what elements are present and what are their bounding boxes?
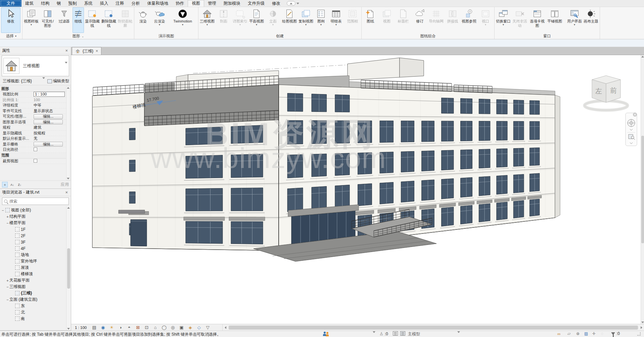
- grid-edit-button[interactable]: 编辑...: [34, 142, 63, 146]
- scale-control[interactable]: 1 : 100: [73, 325, 88, 330]
- tree-view-south[interactable]: 南: [0, 315, 71, 322]
- drawing-area[interactable]: [71, 55, 644, 324]
- tab-precast[interactable]: 预制: [65, 0, 81, 7]
- crop-view-icon[interactable]: ⊠: [135, 325, 141, 330]
- show-analytical-model-icon[interactable]: ◈: [187, 325, 193, 330]
- ribbon-cycle-icon[interactable]: [287, 1, 295, 6]
- sun-path-checkbox[interactable]: [34, 148, 37, 151]
- legends-button[interactable]: 图例▾: [314, 7, 328, 33]
- default-3d-view-button[interactable]: 三维视图▾: [199, 7, 215, 33]
- tab-view[interactable]: 视图: [188, 0, 204, 7]
- tab-modify[interactable]: 修改: [268, 0, 284, 7]
- resize-grip[interactable]: [637, 332, 641, 336]
- render-dialog-icon[interactable]: ◓: [126, 325, 132, 330]
- filters-button[interactable]: 过滤器: [56, 7, 72, 33]
- editable-only-control[interactable]: ♙:0: [379, 331, 388, 336]
- section-graphics[interactable]: 图形∧: [0, 86, 71, 92]
- tab-structure[interactable]: 结构: [37, 0, 53, 7]
- tree-view-1f[interactable]: 1F: [0, 226, 71, 233]
- shadows-icon[interactable]: ◑: [118, 325, 123, 330]
- tab-analyze[interactable]: 分析: [128, 0, 144, 7]
- vg-edit-button[interactable]: 编辑...: [34, 114, 63, 119]
- tree-view-exterior-ground[interactable]: 室外地坪: [0, 258, 71, 264]
- tile-views-button[interactable]: 平铺视图: [547, 7, 563, 33]
- temporary-view-properties-icon[interactable]: ▣: [179, 325, 184, 330]
- tab-manage[interactable]: 管理: [204, 0, 220, 7]
- panel-select-label[interactable]: 选择▾: [1, 33, 21, 39]
- visibility-graphics-button[interactable]: 可见性/图形: [40, 7, 56, 33]
- edit-type-button[interactable]: 编辑类型: [47, 78, 69, 84]
- search-input[interactable]: [9, 199, 67, 204]
- canvas-vertical-scrollbar[interactable]: [641, 55, 644, 324]
- canvas-horizontal-scrollbar[interactable]: [222, 324, 644, 331]
- show-constraints-icon[interactable]: ▽: [205, 325, 211, 330]
- reveal-hidden-elements-icon[interactable]: ◎: [170, 325, 176, 330]
- select-underlay-toggle-icon[interactable]: ▱: [567, 331, 570, 336]
- unlocked-3d-view-icon[interactable]: ⌂: [152, 325, 158, 330]
- tab-annotate[interactable]: 注释: [112, 0, 128, 7]
- tab-addins[interactable]: 附加模块: [220, 0, 244, 7]
- design-options-caret-icon[interactable]: [457, 331, 460, 333]
- worksets-dialog-icon[interactable]: [393, 331, 398, 336]
- properties-close-icon[interactable]: ×: [64, 48, 69, 53]
- twinmotion-button[interactable]: Twinmotion▾: [168, 7, 197, 33]
- tree-view-roof[interactable]: 屋顶: [0, 264, 71, 271]
- tab-file-upgrade[interactable]: 文件升级: [244, 0, 268, 7]
- tree-view-north[interactable]: 北: [0, 309, 71, 315]
- duplicate-view-button[interactable]: 复制视图▾: [298, 7, 314, 33]
- view-tab-3d[interactable]: {三维} ×: [72, 47, 101, 55]
- gdo-edit-button[interactable]: 编辑...: [34, 120, 63, 124]
- detail-level-icon[interactable]: ▤: [91, 325, 97, 330]
- sort-ascending-icon[interactable]: A↓: [9, 182, 15, 187]
- tab-systems[interactable]: 系统: [81, 0, 96, 7]
- tree-view-2f[interactable]: 2F: [0, 233, 71, 239]
- section-extents[interactable]: 范围∧: [0, 153, 71, 159]
- tree-node-elevations[interactable]: −立面 (建筑立面): [0, 296, 71, 303]
- tab-views-button[interactable]: 选项卡视图: [528, 7, 546, 33]
- thin-lines-button[interactable]: 细线: [73, 7, 84, 33]
- drag-on-selection-toggle-icon[interactable]: ✛: [592, 331, 596, 336]
- selection-ring-icon[interactable]: ◌: [601, 331, 603, 336]
- crop-view-checkbox[interactable]: [34, 159, 37, 163]
- tab-massing-site[interactable]: 体量和场地: [144, 0, 172, 7]
- property-filter-icon[interactable]: ≡: [2, 182, 8, 187]
- user-interface-button[interactable]: 用户界面▾: [566, 7, 583, 33]
- remove-hidden-lines-button[interactable]: 删除隐藏线: [101, 7, 117, 33]
- modify-button[interactable]: 修改: [1, 7, 20, 33]
- revisions-button[interactable]: 修订: [412, 7, 428, 33]
- show-hidden-lines-button[interactable]: 显示隐藏线: [84, 7, 100, 33]
- apply-button[interactable]: 应用: [61, 182, 69, 187]
- tree-view-4f[interactable]: 4F: [0, 245, 71, 252]
- tab-architecture[interactable]: 建筑: [21, 0, 37, 7]
- view-reference-button[interactable]: 视图参照: [461, 7, 477, 33]
- drafting-view-button[interactable]: 绘图视图: [281, 7, 297, 33]
- tree-node-views-all[interactable]: −视图 (全部): [0, 207, 71, 213]
- ribbon-collapse-caret-icon[interactable]: [296, 3, 299, 4]
- switch-windows-button[interactable]: 切换窗口▾: [495, 7, 511, 33]
- schedules-button[interactable]: 明细表▾: [328, 7, 344, 33]
- tree-view-3d[interactable]: {三维}: [0, 290, 71, 296]
- sort-descending-icon[interactable]: Z↓: [17, 182, 22, 187]
- select-links-toggle-icon[interactable]: ∞: [557, 331, 560, 336]
- project-browser-title-bar[interactable]: 项目浏览器 - 建筑.rvt ×: [0, 189, 71, 196]
- highlight-displacement-sets-icon[interactable]: ◇: [196, 325, 202, 330]
- tree-node-ceiling-plans[interactable]: +天花板平面: [0, 277, 71, 284]
- tree-node-floor-plans[interactable]: −楼层平面: [0, 220, 71, 226]
- tree-node-3d-views[interactable]: −三维视图: [0, 284, 71, 290]
- worksharing-icon[interactable]: [323, 331, 329, 336]
- type-selector[interactable]: 三维视图: [2, 55, 69, 76]
- ribbon-collapse-control[interactable]: [287, 0, 299, 7]
- select-pinned-toggle-icon[interactable]: ⊕: [576, 331, 580, 336]
- tree-node-structural-plans[interactable]: +结构平面: [0, 213, 71, 220]
- view-tab-close-icon[interactable]: ×: [96, 49, 98, 53]
- properties-scrollbar[interactable]: [66, 86, 70, 180]
- element-selector[interactable]: 三维视图: {三维}: [2, 78, 46, 85]
- tab-insert[interactable]: 插入: [96, 0, 112, 7]
- design-options-icon[interactable]: [400, 331, 405, 336]
- visual-style-icon[interactable]: ◉: [100, 325, 106, 330]
- file-menu-button[interactable]: 文件: [0, 0, 21, 7]
- tree-view-stair-top[interactable]: 楼梯顶: [0, 271, 71, 277]
- tree-view-east[interactable]: 东: [0, 303, 71, 309]
- browser-search-box[interactable]: [2, 198, 69, 205]
- tab-collaborate[interactable]: 协作: [172, 0, 188, 7]
